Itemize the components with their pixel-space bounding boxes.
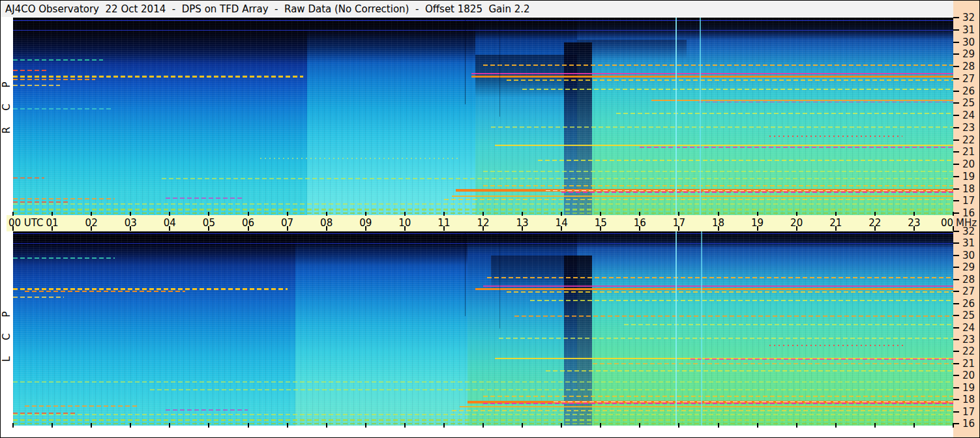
freq-tick [953, 399, 959, 400]
faint-dark-vertical-line [465, 18, 466, 104]
rfi-line [514, 315, 953, 317]
rfi-line [260, 158, 460, 159]
freq-tick [953, 351, 959, 352]
rfi-line [616, 113, 953, 114]
rfi-line [471, 76, 953, 78]
freq-tick [953, 291, 959, 292]
rfi-line [13, 423, 953, 424]
rfi-line [452, 196, 953, 197]
freq-tick [953, 363, 959, 364]
freq-tick [953, 231, 959, 232]
freq-tick [953, 176, 959, 177]
hour-label: 02 [85, 217, 98, 229]
rfi-line [13, 20, 953, 21]
freq-tick [953, 255, 959, 256]
hour-label: 09 [359, 217, 372, 229]
freq-tick [953, 212, 959, 214]
rfi-line [475, 288, 953, 290]
hour-label: 14 [556, 217, 568, 229]
freq-tick-label: 18 [962, 183, 975, 195]
rfi-line [13, 76, 303, 78]
faint-dark-vertical-line [465, 231, 466, 316]
time-axis: 00 UTC0102030405060708091011121314151617… [7, 215, 953, 231]
faint-dark-vertical-line [499, 18, 500, 117]
rfi-line [13, 177, 44, 179]
faint-dark-vertical-line [499, 231, 500, 328]
rfi-line [13, 203, 953, 205]
mhz-unit-label: MHz [956, 217, 977, 229]
rfi-line [13, 233, 953, 234]
freq-tick-label: 19 [962, 171, 975, 182]
freq-tick-label: 23 [962, 334, 975, 345]
hour-label: 18 [712, 217, 724, 229]
spectrogram-app-window: AJ4CO Observatory 22 Oct 2014 - DPS on T… [0, 0, 980, 438]
rfi-line [483, 171, 953, 172]
hour-label: 10 [398, 217, 411, 229]
freq-tick-label: 27 [962, 73, 975, 85]
hour-label: 05 [203, 217, 215, 229]
freq-tick-label: 22 [962, 134, 975, 146]
freq-tick-label: 26 [962, 85, 975, 97]
rfi-line [13, 79, 95, 80]
rfi-line [561, 192, 953, 193]
rfi-line [13, 243, 953, 244]
rcp-polarization-label: R C P [1, 81, 12, 134]
hour-label: 12 [477, 217, 489, 229]
freq-tick-label: 25 [962, 97, 975, 109]
rfi-line [769, 345, 906, 346]
rfi-line [13, 70, 48, 71]
freq-tick-label: 17 [962, 195, 975, 207]
rfi-line [150, 389, 953, 390]
freq-tick [953, 200, 959, 201]
hour-label: 06 [242, 217, 254, 229]
rfi-line [522, 89, 953, 90]
rfi-line [13, 414, 953, 415]
rfi-line [444, 199, 953, 200]
freq-tick [953, 139, 959, 141]
rfi-line [546, 370, 953, 372]
freq-tick [953, 78, 959, 80]
rfi-line [471, 73, 953, 74]
lcp-polarization-label: L C P [1, 310, 12, 362]
rfi-line [13, 257, 115, 259]
freq-tick-label: 28 [962, 61, 975, 72]
freq-tick [953, 267, 959, 268]
rfi-line [13, 30, 953, 31]
hour-label: 15 [595, 217, 607, 229]
rfi-line [25, 405, 138, 407]
freq-tick-label: 19 [962, 382, 975, 394]
rfi-line [651, 100, 953, 101]
hour-label: 00 [941, 217, 953, 229]
rfi-line [13, 85, 60, 86]
rfi-line [640, 147, 953, 148]
rfi-line [460, 406, 953, 407]
freq-tick [953, 375, 959, 376]
rfi-line [13, 108, 111, 110]
freq-tick-label: 20 [962, 370, 975, 381]
spectrogram-rcp-panel [13, 18, 953, 215]
rfi-line [13, 209, 953, 211]
rfi-line [483, 285, 953, 287]
rfi-line [538, 160, 953, 161]
freq-tick-label: 25 [962, 310, 975, 321]
freq-tick [953, 303, 959, 304]
bright-vertical-event-line [701, 231, 702, 426]
freq-tick-label: 23 [962, 122, 975, 134]
spectrogram-lcp-panel [13, 231, 953, 426]
freq-tick-label: 32 [962, 12, 975, 23]
rfi-line [162, 178, 953, 179]
rfi-line [166, 197, 244, 199]
freq-tick-label: 21 [962, 358, 975, 370]
freq-tick-label: 21 [962, 146, 975, 158]
freq-tick [953, 387, 959, 388]
rfi-line [13, 198, 115, 199]
hour-label: 01 [46, 217, 59, 229]
rfi-line [499, 338, 953, 339]
bright-vertical-event-line [700, 18, 701, 215]
bright-vertical-event-line [676, 18, 677, 215]
hour-label: 20 [790, 217, 803, 229]
freq-tick [953, 188, 959, 190]
rfi-line [491, 126, 953, 128]
rfi-line [483, 185, 953, 186]
freq-tick [953, 151, 959, 153]
